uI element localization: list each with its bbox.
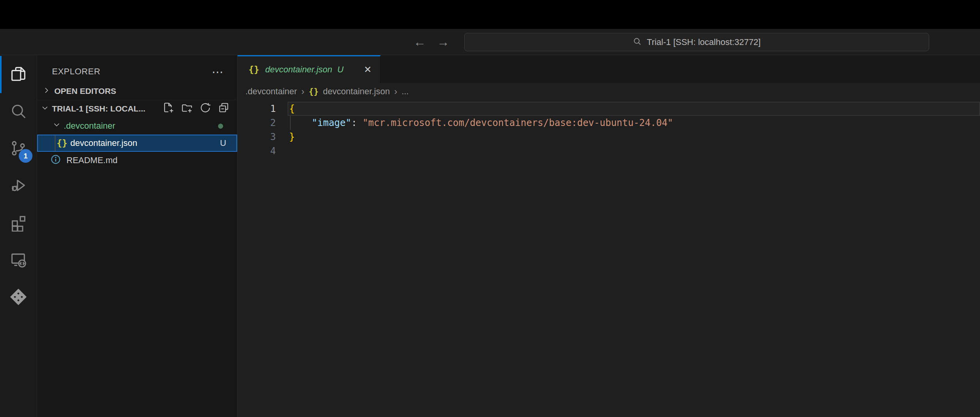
title-bar: ← → Trial-1 [SSH: localhost:32772] bbox=[0, 29, 980, 55]
activity-remote-explorer-button[interactable] bbox=[0, 242, 37, 279]
tree-item-readme[interactable]: README.md bbox=[37, 152, 237, 169]
debug-icon bbox=[9, 176, 27, 196]
files-icon bbox=[9, 65, 27, 84]
activity-search-button[interactable] bbox=[0, 93, 37, 130]
git-changes-dot bbox=[218, 124, 223, 129]
active-view-indicator bbox=[0, 56, 2, 93]
code-line: 1 { bbox=[238, 102, 980, 116]
activity-bar: 1 bbox=[0, 55, 37, 417]
chevron-separator-icon: › bbox=[301, 86, 304, 97]
code-token: : bbox=[351, 117, 363, 128]
breadcrumb: .devcontainer › {} devcontainer.json › .… bbox=[238, 83, 980, 100]
tree-item-devcontainer-folder[interactable]: .devcontainer bbox=[37, 117, 237, 135]
explorer-sidebar: EXPLORER ⋯ OPEN EDITORS TRIAL-1 [SSH: LO… bbox=[37, 55, 238, 417]
command-center[interactable]: Trial-1 [SSH: localhost:32772] bbox=[464, 33, 929, 51]
new-file-icon[interactable] bbox=[162, 101, 175, 116]
json-file-icon: {} bbox=[309, 87, 318, 96]
tab-devcontainer-json[interactable]: {} devcontainer.json U ✕ bbox=[238, 55, 381, 83]
line-number: 3 bbox=[238, 130, 289, 144]
activity-explorer-button[interactable] bbox=[0, 56, 37, 93]
tree-indent-guide bbox=[55, 135, 55, 151]
window-title: Trial-1 [SSH: localhost:32772] bbox=[647, 37, 760, 47]
workspace-section[interactable]: TRIAL-1 [SSH: LOCAL... bbox=[37, 100, 237, 117]
open-editors-section[interactable]: OPEN EDITORS bbox=[37, 83, 237, 100]
json-file-icon: {} bbox=[57, 138, 68, 148]
git-untracked-badge: U bbox=[220, 138, 226, 148]
search-icon bbox=[9, 102, 27, 122]
file-label: README.md bbox=[66, 155, 118, 165]
chevron-separator-icon: › bbox=[394, 86, 397, 97]
file-label: devcontainer.json bbox=[70, 138, 137, 148]
breadcrumb-folder[interactable]: .devcontainer bbox=[245, 86, 297, 97]
chevron-down-icon bbox=[40, 103, 50, 115]
line-number: 4 bbox=[238, 144, 289, 158]
code-token bbox=[289, 117, 312, 128]
refresh-icon[interactable] bbox=[199, 101, 212, 116]
breadcrumb-symbol[interactable]: ... bbox=[402, 86, 409, 97]
chevron-down-icon bbox=[52, 120, 61, 132]
tab-label: devcontainer.json bbox=[265, 65, 333, 75]
vscode-window: ← → Trial-1 [SSH: localhost:32772] bbox=[0, 0, 980, 417]
code-line: 4 bbox=[238, 144, 980, 158]
activity-containers-button[interactable] bbox=[0, 279, 37, 316]
search-icon bbox=[633, 37, 642, 48]
close-icon[interactable]: ✕ bbox=[364, 64, 372, 75]
code-editor[interactable]: 1 { 2 "image": "mcr.microsoft.com/devcon… bbox=[238, 100, 980, 417]
extensions-icon bbox=[9, 214, 27, 233]
code-token: } bbox=[289, 131, 295, 142]
tree-item-devcontainer-json[interactable]: {} devcontainer.json U bbox=[37, 135, 237, 152]
activity-source-control-button[interactable]: 1 bbox=[0, 130, 37, 167]
line-number: 2 bbox=[238, 116, 289, 130]
sidebar-title: EXPLORER bbox=[52, 67, 100, 77]
code-token: { bbox=[289, 103, 295, 114]
open-editors-label: OPEN EDITORS bbox=[54, 86, 116, 96]
file-tree: .devcontainer {} devcontainer.json U bbox=[37, 117, 237, 169]
navigate-back-button[interactable]: ← bbox=[413, 36, 426, 48]
line-number: 1 bbox=[238, 102, 289, 116]
code-token: "mcr.microsoft.com/devcontainers/base:de… bbox=[363, 117, 673, 128]
tab-bar: {} devcontainer.json U ✕ bbox=[238, 55, 980, 83]
macos-top-bar bbox=[0, 0, 980, 29]
activity-extensions-button[interactable] bbox=[0, 205, 37, 242]
chevron-right-icon bbox=[42, 86, 51, 97]
workspace-label: TRIAL-1 [SSH: LOCAL... bbox=[52, 104, 145, 113]
editor-group: {} devcontainer.json U ✕ .devcontainer ›… bbox=[238, 55, 980, 417]
breadcrumb-file[interactable]: devcontainer.json bbox=[323, 86, 390, 97]
collapse-all-icon[interactable] bbox=[217, 101, 230, 116]
folder-label: .devcontainer bbox=[64, 121, 115, 131]
info-file-icon bbox=[50, 154, 61, 167]
json-file-icon: {} bbox=[249, 65, 259, 75]
tab-untracked-badge: U bbox=[337, 65, 343, 75]
code-line: 2 "image": "mcr.microsoft.com/devcontain… bbox=[238, 116, 980, 130]
code-line: 3 } bbox=[238, 130, 980, 144]
containers-icon bbox=[9, 288, 27, 307]
activity-run-debug-button[interactable] bbox=[0, 167, 37, 205]
remote-explorer-icon bbox=[9, 251, 27, 270]
more-actions-icon[interactable]: ⋯ bbox=[212, 69, 224, 75]
new-folder-icon[interactable] bbox=[181, 101, 193, 116]
navigate-forward-button[interactable]: → bbox=[437, 36, 449, 48]
source-control-badge: 1 bbox=[19, 149, 32, 163]
code-token: "image" bbox=[312, 117, 351, 128]
